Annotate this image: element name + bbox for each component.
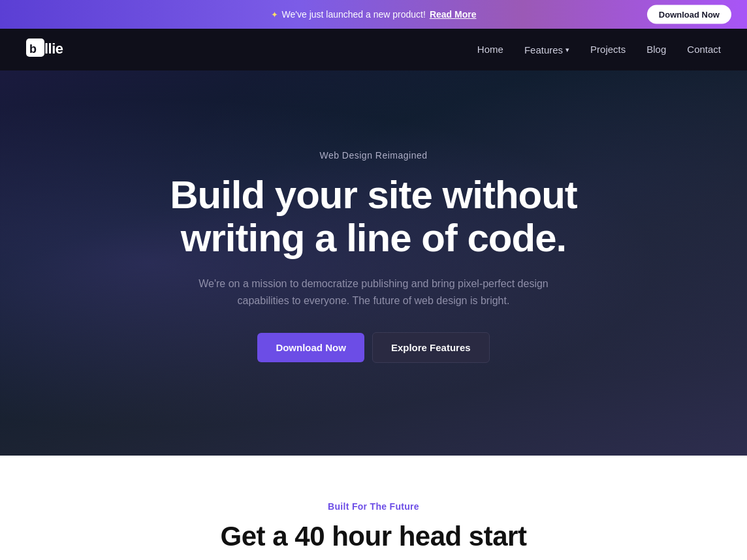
announcement-download-button[interactable]: Download Now [647, 5, 731, 24]
hero-content: Web Design Reimagined Build your site wi… [170, 150, 577, 363]
hero-description: We're on a mission to democratize publis… [191, 275, 556, 309]
chevron-down-icon: ▾ [565, 46, 569, 54]
nav-projects[interactable]: Projects [590, 44, 626, 55]
nav-blog[interactable]: Blog [646, 44, 666, 55]
navbar: b llie Home Features ▾ Projects Blog Con… [0, 29, 747, 70]
nav-home[interactable]: Home [477, 44, 503, 55]
star-icon: ✦ [271, 10, 278, 20]
svg-text:b: b [29, 42, 37, 55]
logo[interactable]: b llie [26, 36, 91, 63]
hero-section: Web Design Reimagined Build your site wi… [0, 70, 747, 456]
announcement-text: We've just launched a new product! [282, 9, 426, 20]
hero-download-button[interactable]: Download Now [257, 333, 364, 362]
features-section: Built For The Future Get a 40 hour head … [0, 456, 747, 560]
hero-explore-button[interactable]: Explore Features [372, 332, 490, 363]
svg-text:llie: llie [44, 40, 63, 57]
logo-text: b llie [26, 36, 91, 63]
announcement-bar: ✦ We've just launched a new product! Rea… [0, 0, 747, 29]
nav-features[interactable]: Features [524, 44, 563, 55]
section-label: Built For The Future [26, 501, 721, 512]
hero-title: Build your site without writing a line o… [170, 174, 577, 260]
nav-links: Home Features ▾ Projects Blog Contact [477, 44, 721, 55]
announcement-link[interactable]: Read More [430, 9, 477, 20]
section-title: Get a 40 hour head start [26, 521, 721, 552]
hero-buttons: Download Now Explore Features [170, 332, 577, 363]
nav-contact[interactable]: Contact [687, 44, 721, 55]
hero-subtitle: Web Design Reimagined [170, 150, 577, 161]
